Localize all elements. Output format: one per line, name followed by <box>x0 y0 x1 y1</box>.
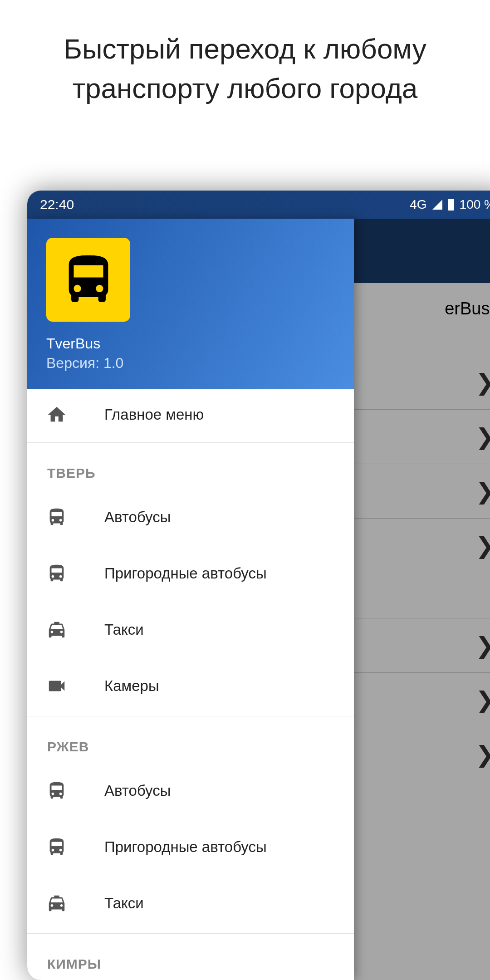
drawer-item-label: Такси <box>104 621 144 638</box>
drawer-item[interactable]: Автобусы <box>27 763 354 819</box>
app-logo-icon <box>46 238 130 322</box>
signal-icon <box>432 200 442 210</box>
bus-icon <box>45 836 68 858</box>
drawer-item[interactable]: Камеры <box>27 658 354 714</box>
taxi-icon <box>45 892 68 915</box>
drawer-item[interactable]: Пригородные автобусы <box>27 819 354 875</box>
drawer-item-label: Автобусы <box>104 782 171 799</box>
drawer-item-label: Главное меню <box>104 406 204 423</box>
status-network-label: 4G <box>410 197 426 212</box>
drawer-item-main-menu[interactable]: Главное меню <box>27 389 354 441</box>
drawer-item-label: Такси <box>104 895 144 912</box>
drawer-item-label: Камеры <box>104 677 159 695</box>
drawer-item-label: Пригородные автобусы <box>104 565 267 582</box>
drawer-section-header: КИМРЫ <box>27 934 354 980</box>
bus-icon <box>45 779 68 802</box>
drawer-item[interactable]: Автобусы <box>27 489 354 545</box>
drawer-app-version: Версия: 1.0 <box>46 355 335 372</box>
drawer-item[interactable]: Пригородные автобусы <box>27 545 354 602</box>
status-bar: 22:40 4G 100 % <box>27 191 490 219</box>
home-icon <box>45 403 68 426</box>
status-right: 4G 100 % <box>410 197 490 212</box>
bus-icon <box>45 506 68 529</box>
drawer-header: TverBus Версия: 1.0 <box>27 219 354 389</box>
status-battery-label: 100 % <box>460 197 490 212</box>
drawer-section-header: РЖЕВ <box>27 716 354 763</box>
drawer-section-header: ТВЕРЬ <box>27 443 354 489</box>
phone-frame: 22:40 4G 100 % о erBus! ❯❯❯❯❯❯❯ TverBus … <box>27 191 490 980</box>
promo-headline: Быстрый переход к любому транспорту любо… <box>0 0 490 108</box>
bus-icon <box>59 250 118 309</box>
drawer-item-label: Пригородные автобусы <box>104 838 267 856</box>
battery-icon <box>448 199 454 211</box>
taxi-icon <box>45 618 68 641</box>
drawer-item[interactable]: Такси <box>27 602 354 658</box>
drawer-item-label: Автобусы <box>104 509 171 526</box>
camera-icon <box>45 675 68 697</box>
bus-icon <box>45 562 68 585</box>
drawer-item[interactable]: Такси <box>27 875 354 931</box>
nav-drawer[interactable]: TverBus Версия: 1.0 Главное меню ТВЕРЬАв… <box>27 219 354 980</box>
drawer-app-name: TverBus <box>46 335 335 352</box>
status-time: 22:40 <box>40 197 74 212</box>
